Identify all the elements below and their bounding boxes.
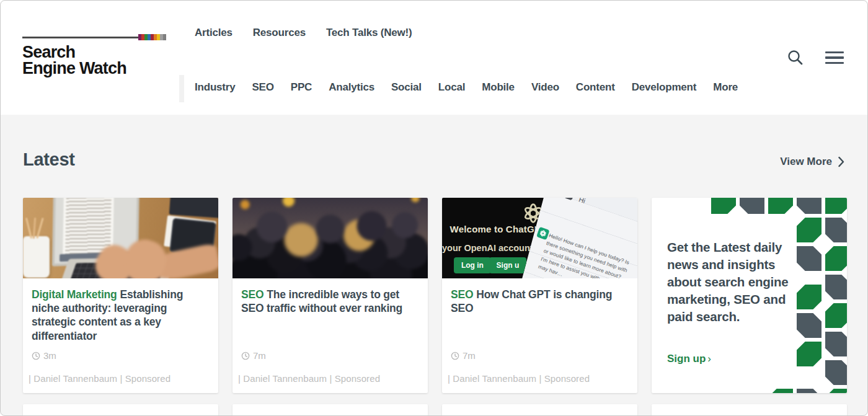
pattern-tile — [797, 285, 822, 309]
nav-local[interactable]: Local — [438, 81, 465, 94]
site-logo[interactable]: Search Engine Watch — [22, 25, 171, 77]
pattern-tile — [825, 218, 847, 242]
hamburger-menu-button[interactable] — [825, 50, 844, 66]
nav-industry[interactable]: Industry — [195, 81, 235, 94]
search-icon — [787, 49, 804, 66]
pattern-tile — [825, 275, 847, 299]
nav-analytics[interactable]: Analytics — [329, 81, 374, 94]
pattern-tile — [797, 342, 822, 366]
next-row-card — [23, 404, 218, 415]
pattern-tile — [711, 198, 736, 214]
chatgpt-account-text: your OpenAI account — [442, 243, 533, 253]
logo-wordmark: Search Engine Watch — [22, 44, 171, 77]
article-title: SEOThe incredible ways to get SEO traffi… — [241, 288, 418, 315]
article-timestamp: 7m — [451, 350, 476, 361]
chevron-right-icon — [838, 156, 844, 167]
chat-user-message: Hi — [578, 198, 587, 204]
pattern-tile — [797, 198, 822, 214]
hamburger-icon — [825, 51, 844, 54]
article-title: SEOHow Chat GPT is changing SEO — [451, 288, 627, 315]
nav-content[interactable]: Content — [576, 81, 615, 94]
clock-icon — [241, 352, 250, 360]
view-more-link[interactable]: View More — [780, 156, 844, 168]
chatgpt-login-button: Log in — [454, 257, 491, 273]
pattern-tile — [740, 198, 764, 214]
next-row-card — [652, 404, 847, 415]
next-row-card — [232, 404, 428, 415]
nav-video[interactable]: Video — [531, 81, 559, 94]
pattern-tile — [797, 218, 822, 242]
article-category[interactable]: SEO — [451, 288, 473, 301]
header-divider — [179, 75, 184, 102]
article-title: Digital MarketingEstablishing niche auth… — [32, 288, 208, 343]
chatgpt-welcome-text: Welcome to ChatGPT — [450, 224, 547, 234]
article-image-chatgpt-screen: Hi Hello! How can I help you today? Is t… — [442, 198, 637, 278]
nav-development[interactable]: Development — [632, 81, 697, 94]
clock-icon — [32, 352, 40, 360]
article-card-2[interactable]: SEOThe incredible ways to get SEO traffi… — [232, 198, 428, 393]
pattern-tile — [797, 313, 822, 338]
sign-up-link[interactable]: Sign up› — [667, 353, 711, 365]
search-button[interactable] — [787, 49, 804, 66]
pattern-tile — [825, 246, 847, 271]
page: Search Engine Watch Articles Resources T… — [1, 1, 867, 415]
nav-seo[interactable]: SEO — [252, 81, 273, 94]
clock-icon — [451, 352, 459, 360]
pattern-tile — [797, 389, 822, 393]
nav-mobile[interactable]: Mobile — [482, 81, 515, 94]
logo-rule — [22, 37, 144, 38]
article-category[interactable]: Digital Marketing — [32, 288, 117, 301]
promo-message: Get the Latest daily news and insights a… — [667, 239, 792, 325]
logo-line-1: Search — [22, 44, 171, 60]
header-actions — [787, 49, 844, 66]
nav-resources[interactable]: Resources — [253, 27, 306, 39]
pattern-tile — [825, 332, 847, 356]
next-row-card — [442, 404, 637, 415]
nav-tech-talks[interactable]: Tech Talks (New!) — [326, 27, 412, 39]
nav-ppc[interactable]: PPC — [291, 81, 312, 94]
secondary-nav: Industry SEO PPC Analytics Social Local … — [195, 81, 738, 94]
article-byline: | Daniel Tannenbaum | Sponsored — [238, 373, 380, 384]
logo-line-2: Engine Watch — [22, 60, 171, 76]
article-card-1[interactable]: Digital MarketingEstablishing niche auth… — [23, 198, 218, 393]
pattern-tile — [768, 389, 793, 393]
article-category[interactable]: SEO — [241, 288, 264, 301]
pattern-tile — [797, 246, 822, 271]
chevron-right-icon: › — [707, 353, 711, 365]
pattern-tile — [825, 360, 847, 385]
article-byline: | Daniel Tannenbaum | Sponsored — [29, 373, 170, 384]
article-timestamp: 7m — [241, 350, 266, 361]
pattern-tile — [825, 198, 847, 214]
article-card-3[interactable]: Hi Hello! How can I help you today? Is t… — [442, 198, 637, 393]
site-header: Search Engine Watch Articles Resources T… — [1, 1, 867, 115]
article-byline: | Daniel Tannenbaum | Sponsored — [448, 373, 590, 384]
article-image-laptop-typing — [23, 198, 218, 278]
section-title: Latest — [23, 149, 75, 170]
nav-articles[interactable]: Articles — [195, 27, 232, 39]
user-avatar — [564, 198, 575, 200]
article-timestamp: 3m — [32, 350, 56, 361]
article-image-street-crowd — [232, 198, 428, 278]
pattern-tile — [825, 303, 847, 328]
pattern-tile — [825, 389, 847, 393]
nav-more[interactable]: More — [713, 81, 738, 94]
primary-nav: Articles Resources Tech Talks (New!) — [195, 27, 412, 39]
logo-pixels-decoration — [138, 34, 166, 40]
chatgpt-signup-button: Sign u — [489, 257, 527, 273]
nav-social[interactable]: Social — [391, 81, 422, 94]
chat-assistant-message: Hello! How can I help you today? Is ther… — [537, 232, 632, 278]
pattern-tile — [768, 198, 793, 214]
newsletter-promo-card: Get the Latest daily news and insights a… — [652, 198, 847, 393]
